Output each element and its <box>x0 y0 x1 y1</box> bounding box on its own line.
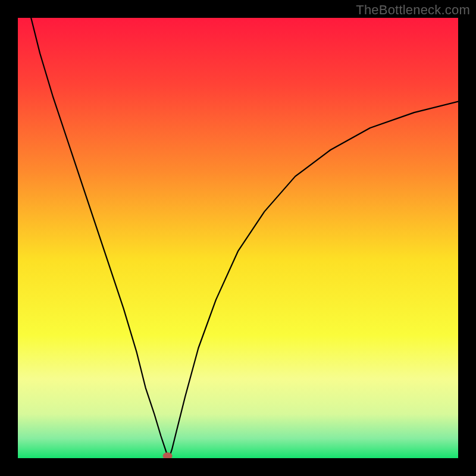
chart-frame <box>18 18 458 458</box>
chart-background <box>18 18 458 458</box>
bottleneck-chart <box>18 18 458 458</box>
watermark-text: TheBottleneck.com <box>356 2 470 18</box>
